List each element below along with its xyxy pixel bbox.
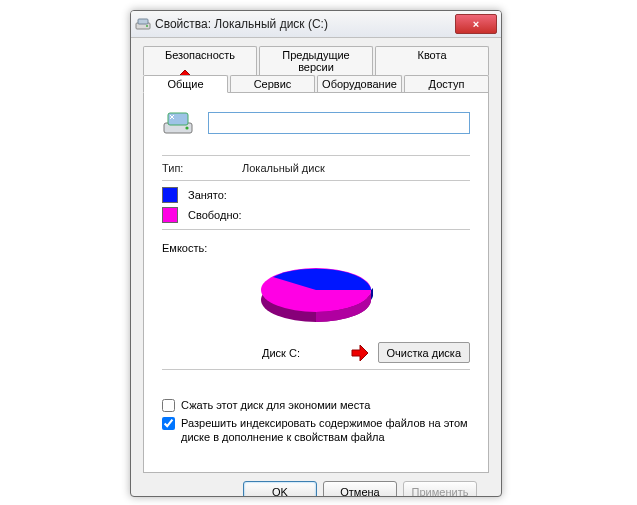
free-swatch-icon <box>162 207 178 223</box>
compress-checkbox-row[interactable]: Сжать этот диск для экономии места <box>162 398 470 412</box>
close-button[interactable]: × <box>455 14 497 34</box>
tab-security[interactable]: Безопасность <box>143 46 257 75</box>
drive-label-input[interactable] <box>208 112 470 134</box>
used-swatch-icon <box>162 187 178 203</box>
disk-label-row: Диск C: Очистка диска <box>162 342 470 363</box>
drive-row <box>162 107 470 139</box>
used-label: Занято: <box>188 189 227 201</box>
tabs-row-1: Безопасность Предыдущие версии Квота <box>143 46 489 75</box>
properties-window: Свойства: Локальный диск (C:) × Безопасн… <box>130 10 502 497</box>
window-body: Безопасность Предыдущие версии Квота Общ… <box>131 38 501 497</box>
divider <box>162 369 470 370</box>
index-checkbox-row[interactable]: Разрешить индексировать содержимое файло… <box>162 416 470 444</box>
svg-point-2 <box>146 25 148 27</box>
titlebar[interactable]: Свойства: Локальный диск (C:) × <box>131 11 501 38</box>
checkboxes: Сжать этот диск для экономии места Разре… <box>162 398 470 444</box>
highlight-arrow-icon <box>350 343 370 363</box>
tab-sharing[interactable]: Доступ <box>404 75 489 93</box>
type-row: Тип: Локальный диск <box>162 162 470 174</box>
window-title: Свойства: Локальный диск (C:) <box>155 17 455 31</box>
button-bar: OK Отмена Применить <box>143 473 489 497</box>
cancel-button[interactable]: Отмена <box>323 481 397 497</box>
drive-large-icon <box>162 107 194 139</box>
tabs-row-2: Общие Сервис Оборудование Доступ <box>143 75 489 93</box>
usage-pie-chart <box>162 260 470 338</box>
tab-hardware[interactable]: Оборудование <box>317 75 402 93</box>
capacity-row: Емкость: <box>162 242 470 254</box>
ok-button[interactable]: OK <box>243 481 317 497</box>
tab-panel-general: Тип: Локальный диск Занято: Свободно: Ем… <box>143 92 489 473</box>
svg-rect-1 <box>138 19 148 24</box>
type-label: Тип: <box>162 162 242 174</box>
svg-point-4 <box>185 126 188 129</box>
compress-label: Сжать этот диск для экономии места <box>181 398 370 412</box>
disk-cleanup-button[interactable]: Очистка диска <box>378 342 470 363</box>
type-value: Локальный диск <box>242 162 325 174</box>
apply-button[interactable]: Применить <box>403 481 477 497</box>
disk-label: Диск C: <box>162 347 300 359</box>
divider <box>162 229 470 230</box>
free-row: Свободно: <box>162 207 470 223</box>
svg-rect-5 <box>168 113 188 125</box>
divider <box>162 155 470 156</box>
index-label: Разрешить индексировать содержимое файло… <box>181 416 470 444</box>
tab-tools[interactable]: Сервис <box>230 75 315 93</box>
index-checkbox[interactable] <box>162 417 175 430</box>
tab-previous-versions[interactable]: Предыдущие версии <box>259 46 373 75</box>
free-label: Свободно: <box>188 209 242 221</box>
drive-icon <box>135 16 151 32</box>
compress-checkbox[interactable] <box>162 399 175 412</box>
tab-quota[interactable]: Квота <box>375 46 489 75</box>
divider <box>162 180 470 181</box>
capacity-label: Емкость: <box>162 242 207 254</box>
close-icon: × <box>473 18 479 30</box>
tab-general[interactable]: Общие <box>143 75 228 93</box>
used-row: Занято: <box>162 187 470 203</box>
